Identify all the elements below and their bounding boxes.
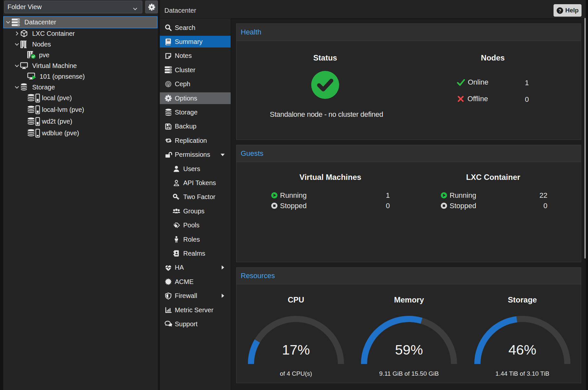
svg-text:?: ? [558,8,561,13]
